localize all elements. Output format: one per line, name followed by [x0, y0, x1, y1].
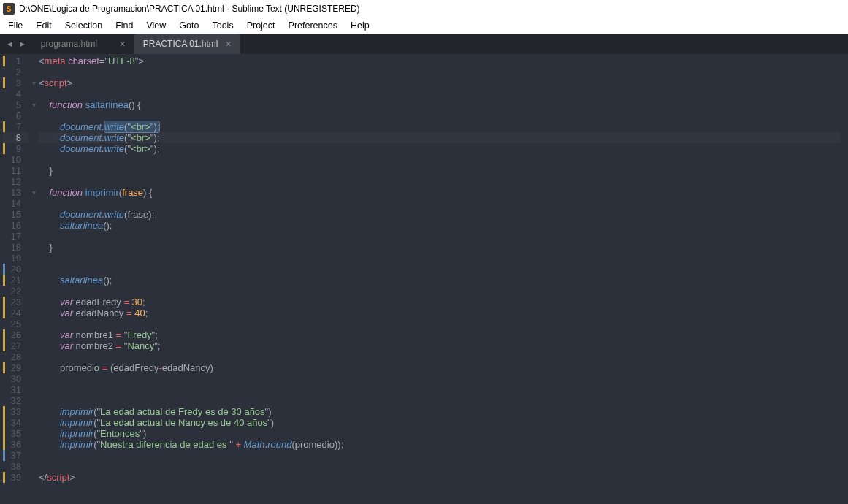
minimap[interactable] [841, 54, 848, 504]
line-number: 29 [3, 362, 28, 373]
tab-label: PRACTICA 01.html [143, 39, 218, 49]
code-line[interactable]: var edadFredy = 30; [39, 297, 841, 308]
nav-arrows: ◄ ► [0, 34, 32, 54]
line-number: 23 [3, 297, 28, 308]
menu-help[interactable]: Help [344, 19, 376, 32]
line-number: 1 [3, 56, 28, 66]
code-line[interactable] [39, 318, 841, 329]
line-number: 2 [3, 66, 28, 77]
code-area[interactable]: <meta charset="UTF-8"><script> function … [39, 54, 841, 504]
code-line[interactable]: var edadNancy = 40; [39, 308, 841, 318]
code-line[interactable] [39, 253, 841, 264]
code-line[interactable]: var nombre2 = "Nancy"; [39, 340, 841, 351]
menu-view[interactable]: View [140, 19, 172, 32]
menu-preferences[interactable]: Preferences [282, 19, 344, 32]
code-line[interactable]: <meta charset="UTF-8"> [39, 56, 841, 66]
code-line[interactable]: function imprimir(frase) { [39, 187, 841, 198]
line-number: 17 [3, 231, 28, 242]
menu-goto[interactable]: Goto [172, 19, 205, 32]
line-number: 36 [3, 439, 28, 450]
line-number: 22 [3, 286, 28, 297]
code-line[interactable]: saltarlinea(); [39, 220, 841, 231]
code-line[interactable]: imprimir("La edad actual de Nancy es de … [39, 417, 841, 428]
code-line[interactable] [39, 110, 841, 121]
code-line[interactable] [39, 88, 841, 99]
line-number: 4 [3, 88, 28, 99]
code-line[interactable] [39, 461, 841, 472]
code-line[interactable] [39, 395, 841, 406]
code-line[interactable]: document.write("<br>"); [39, 121, 841, 132]
app-icon: S [3, 3, 15, 15]
code-line[interactable]: </script> [39, 472, 841, 483]
line-number: 35 [3, 428, 28, 439]
tab-programa[interactable]: programa.html × [32, 34, 134, 54]
code-line[interactable] [39, 198, 841, 209]
code-line[interactable] [39, 384, 841, 395]
line-number: 20 [3, 264, 28, 275]
line-number: 11 [3, 165, 28, 176]
line-number: 9 [3, 143, 28, 154]
editor[interactable]: 1234567891011121314151617181920212223242… [0, 54, 848, 504]
line-number: 31 [3, 384, 28, 395]
fold-gutter: ▾▾▾ [28, 54, 39, 504]
menu-bar: File Edit Selection Find View Goto Tools… [0, 18, 848, 34]
menu-file[interactable]: File [1, 19, 29, 32]
window-title-bar: S D:\ONE\Logica de Programacion\PRACTICA… [0, 0, 848, 18]
line-number: 26 [3, 329, 28, 340]
line-number: 16 [3, 220, 28, 231]
code-line[interactable] [39, 264, 841, 275]
line-number: 6 [3, 110, 28, 121]
line-number: 3 [3, 77, 28, 88]
code-line[interactable]: <script> [39, 77, 841, 88]
code-line[interactable] [39, 231, 841, 242]
nav-forward-icon[interactable]: ► [18, 39, 26, 48]
line-number: 24 [3, 308, 28, 318]
code-line[interactable]: document.write(frase); [39, 209, 841, 220]
line-number-gutter: 1234567891011121314151617181920212223242… [3, 54, 28, 504]
code-line[interactable]: var nombre1 = "Fredy"; [39, 329, 841, 340]
line-number: 38 [3, 461, 28, 472]
code-line[interactable]: · · · · · · document.write("<br>"); [39, 132, 841, 143]
fold-marker-icon[interactable]: ▾ [28, 99, 39, 110]
window-title: D:\ONE\Logica de Programacion\PRACTICA 0… [19, 4, 360, 14]
code-line[interactable]: function saltarlinea() { [39, 99, 841, 110]
nav-back-icon[interactable]: ◄ [6, 39, 14, 48]
code-line[interactable] [39, 450, 841, 461]
fold-marker-icon[interactable]: ▾ [28, 77, 39, 88]
code-line[interactable]: document.write("<br>"); [39, 143, 841, 154]
code-line[interactable] [39, 373, 841, 384]
code-line[interactable]: imprimir("Nuestra diferencia de edad es … [39, 439, 841, 450]
code-line[interactable] [39, 176, 841, 187]
line-number: 33 [3, 406, 28, 417]
line-number: 13 [3, 187, 28, 198]
tab-practica01[interactable]: PRACTICA 01.html × [134, 34, 240, 54]
tab-close-icon[interactable]: × [218, 39, 231, 49]
code-line[interactable]: imprimir("Entonces") [39, 428, 841, 439]
line-number: 28 [3, 351, 28, 362]
line-number: 12 [3, 176, 28, 187]
code-line[interactable] [39, 286, 841, 297]
tab-bar: ◄ ► programa.html × PRACTICA 01.html × [0, 34, 848, 54]
menu-find[interactable]: Find [109, 19, 140, 32]
line-number: 21 [3, 275, 28, 286]
code-line[interactable]: promedio = (edadFredy-edadNancy) [39, 362, 841, 373]
fold-marker-icon[interactable]: ▾ [28, 187, 39, 198]
line-number: 14 [3, 198, 28, 209]
code-line[interactable]: saltarlinea(); [39, 275, 841, 286]
menu-selection[interactable]: Selection [58, 19, 109, 32]
code-line[interactable] [39, 351, 841, 362]
tab-label: programa.html [41, 39, 97, 49]
code-line[interactable]: imprimir("La edad actual de Fredy es de … [39, 406, 841, 417]
code-line[interactable] [39, 154, 841, 165]
menu-project[interactable]: Project [240, 19, 282, 32]
line-number: 37 [3, 450, 28, 461]
code-line[interactable] [39, 66, 841, 77]
tab-close-icon[interactable]: × [112, 39, 126, 49]
code-line[interactable]: } [39, 242, 841, 253]
line-number: 30 [3, 373, 28, 384]
menu-tools[interactable]: Tools [205, 19, 240, 32]
code-line[interactable]: } [39, 165, 841, 176]
line-number: 27 [3, 340, 28, 351]
menu-edit[interactable]: Edit [29, 19, 58, 32]
line-number: 34 [3, 417, 28, 428]
